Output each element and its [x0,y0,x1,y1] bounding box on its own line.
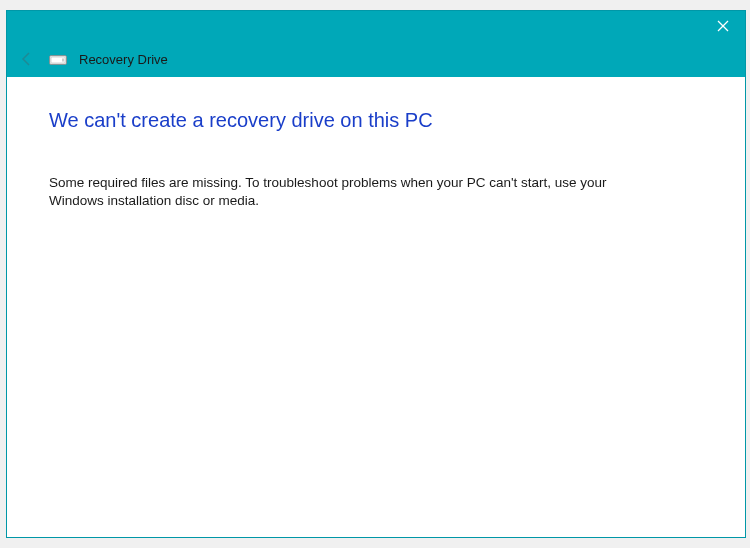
drive-icon [49,52,67,66]
back-button [17,49,37,69]
content-area: We can't create a recovery drive on this… [7,77,745,537]
back-arrow-icon [19,51,35,67]
wizard-title: Recovery Drive [79,52,168,67]
svg-rect-4 [62,59,64,62]
wizard-header: Recovery Drive [7,41,745,77]
close-button[interactable] [700,11,745,41]
error-heading: We can't create a recovery drive on this… [49,109,703,132]
titlebar [7,11,745,41]
error-message: Some required files are missing. To trou… [49,174,639,210]
recovery-drive-window: Recovery Drive We can't create a recover… [6,10,746,538]
close-icon [717,20,729,32]
